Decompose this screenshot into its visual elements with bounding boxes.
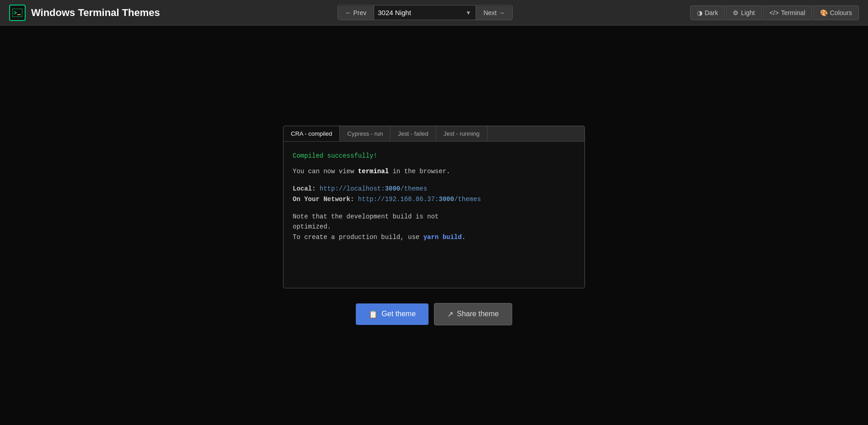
terminal-mode-button[interactable]: </> Terminal (763, 5, 812, 20)
next-button[interactable]: Next → (476, 6, 512, 20)
tab-cypress-run[interactable]: Cypress - run (340, 126, 391, 141)
network-line: On Your Network: http://192.168.86.37:30… (293, 194, 575, 204)
get-theme-label: Get theme (381, 310, 416, 318)
note-line-3: To create a production build, use yarn b… (293, 232, 575, 242)
nav-center: ← Prev 3024 Night 3024 Day AdventureTime… (338, 5, 513, 20)
tab-jest-running[interactable]: Jest - running (436, 126, 488, 141)
tab-jest-failed[interactable]: Jest - failed (391, 126, 436, 141)
clipboard-icon: 📋 (369, 310, 378, 319)
terminal-body: Compiled successfully! You can now view … (284, 142, 584, 288)
light-label: Light (741, 9, 755, 16)
terminal-window: CRA - compiled Cypress - run Jest - fail… (283, 126, 585, 288)
main-content: CRA - compiled Cypress - run Jest - fail… (0, 26, 868, 425)
view-line: You can now view terminal in the browser… (293, 166, 575, 176)
dark-mode-button[interactable]: ◑ Dark (690, 5, 725, 20)
theme-select-wrapper: 3024 Night 3024 Day AdventureTime Argona… (374, 5, 476, 20)
terminal-label: Terminal (781, 9, 805, 16)
action-buttons: 📋 Get theme ↗ Share theme (356, 303, 512, 325)
light-mode-button[interactable]: ⚙ Light (726, 5, 761, 20)
share-icon: ↗ (447, 310, 453, 319)
blank-line-2 (293, 204, 575, 212)
theme-select[interactable]: 3024 Night 3024 Day AdventureTime Argona… (374, 5, 466, 20)
code-icon: </> (770, 9, 779, 16)
gear-icon: ⚙ (733, 9, 739, 16)
header-left: Windows Terminal Themes (9, 5, 160, 21)
colours-label: Colours (830, 9, 852, 16)
svg-rect-0 (12, 9, 22, 17)
app-title: Windows Terminal Themes (31, 7, 160, 19)
share-theme-button[interactable]: ↗ Share theme (434, 303, 512, 325)
note-line-2: optimized. (293, 222, 575, 232)
blank-line-1 (293, 176, 575, 184)
chevron-down-icon: ▼ (466, 10, 476, 16)
header: Windows Terminal Themes ← Prev 3024 Nigh… (0, 0, 868, 26)
local-line: Local: http://localhost:3000/themes (293, 184, 575, 194)
palette-icon: 🎨 (820, 9, 828, 16)
dark-label: Dark (705, 9, 718, 16)
tab-cra-compiled[interactable]: CRA - compiled (284, 126, 340, 141)
terminal-tabs: CRA - compiled Cypress - run Jest - fail… (284, 126, 584, 142)
success-line: Compiled successfully! (293, 151, 575, 161)
get-theme-button[interactable]: 📋 Get theme (356, 303, 429, 325)
colours-mode-button[interactable]: 🎨 Colours (813, 5, 859, 20)
nav-right: ◑ Dark ⚙ Light </> Terminal 🎨 Colours (690, 5, 859, 20)
moon-icon: ◑ (697, 9, 702, 16)
share-theme-label: Share theme (457, 310, 499, 318)
app-logo-icon (9, 5, 26, 21)
note-line-1: Note that the development build is not (293, 212, 575, 222)
prev-button[interactable]: ← Prev (338, 6, 374, 20)
